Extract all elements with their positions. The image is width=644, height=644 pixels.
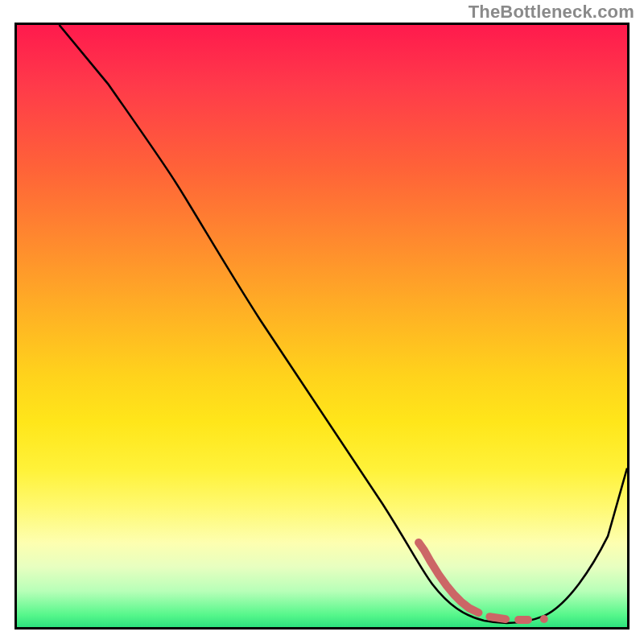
highlight-dots	[489, 615, 547, 623]
svg-point-0	[540, 615, 548, 623]
chart-container: TheBottleneck.com	[0, 0, 644, 644]
watermark-text: TheBottleneck.com	[469, 2, 634, 23]
curve-line	[60, 25, 627, 623]
plot-frame	[14, 23, 630, 630]
chart-overlay	[17, 25, 627, 627]
